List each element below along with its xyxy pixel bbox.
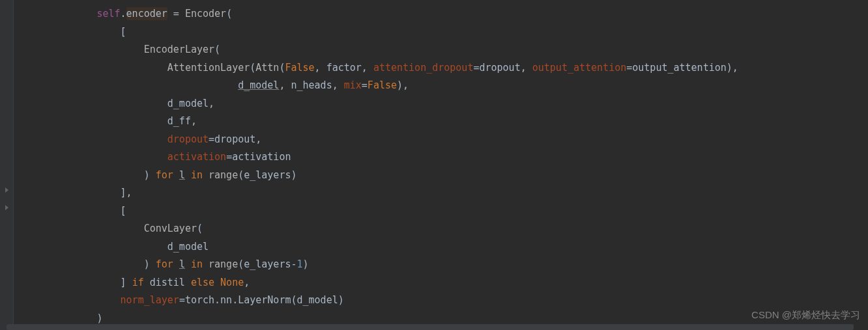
code-token: =torch.nn.LayerNorm(d_model) bbox=[179, 294, 344, 306]
code-token: ( bbox=[197, 223, 203, 234]
code-token: (e_layers) bbox=[238, 169, 297, 181]
code-line[interactable]: ) for l in range(e_layers) bbox=[14, 167, 738, 185]
code-line[interactable]: self.encoder = Encoder( bbox=[14, 5, 738, 23]
code-token: ) bbox=[96, 312, 102, 324]
code-token: = bbox=[167, 8, 185, 20]
code-token: False bbox=[368, 79, 397, 91]
code-token bbox=[185, 169, 191, 181]
code-token: ], bbox=[121, 187, 132, 199]
code-token: . bbox=[121, 8, 126, 20]
code-token: in bbox=[191, 169, 209, 181]
code-line[interactable]: d_model, n_heads, mix=False), bbox=[14, 77, 738, 95]
code-token: ) bbox=[303, 258, 309, 270]
code-token: = bbox=[362, 79, 368, 91]
code-token: d_model, bbox=[167, 98, 214, 109]
code-token: EncoderLayer bbox=[144, 44, 214, 55]
code-token: , factor, bbox=[315, 62, 373, 74]
horizontal-scrollbar[interactable] bbox=[7, 324, 854, 330]
code-token: , bbox=[244, 277, 250, 288]
code-token: for bbox=[156, 169, 179, 181]
code-token: if bbox=[132, 277, 150, 288]
code-token: l bbox=[179, 258, 185, 270]
code-editor[interactable]: self.encoder = Encoder( [ EncoderLayer( … bbox=[14, 5, 738, 327]
code-token: distil bbox=[150, 277, 191, 288]
code-token: in bbox=[191, 258, 209, 270]
code-token: else bbox=[191, 277, 220, 288]
code-line[interactable]: d_model bbox=[14, 238, 738, 256]
code-token: [ bbox=[121, 205, 126, 217]
code-token: attention_dropout bbox=[373, 62, 474, 74]
code-line[interactable]: ConvLayer( bbox=[14, 220, 738, 238]
code-line[interactable]: EncoderLayer( bbox=[14, 41, 738, 59]
code-token: encoder bbox=[126, 7, 167, 20]
code-token: ( bbox=[214, 44, 220, 55]
code-line[interactable]: [ bbox=[14, 202, 738, 221]
code-token: =dropout, bbox=[473, 62, 532, 74]
code-token: Attn bbox=[255, 62, 279, 74]
code-line[interactable]: d_ff, bbox=[14, 113, 738, 131]
fold-notch-icon[interactable] bbox=[5, 205, 8, 210]
code-token: self bbox=[96, 8, 120, 20]
code-line[interactable]: dropout=dropout, bbox=[14, 131, 738, 149]
code-token: (e_layers- bbox=[238, 258, 297, 270]
code-line[interactable]: ], bbox=[14, 184, 738, 202]
code-token: d_model bbox=[167, 241, 209, 253]
code-token: AttentionLayer bbox=[167, 62, 250, 74]
code-token: d_model bbox=[238, 79, 279, 91]
code-line[interactable]: ) for l in range(e_layers-1) bbox=[14, 256, 738, 274]
code-line[interactable]: d_model, bbox=[14, 95, 738, 113]
code-token: Encoder bbox=[185, 8, 226, 20]
code-token: , n_heads, bbox=[279, 79, 343, 91]
code-token: ) bbox=[144, 258, 156, 270]
code-token: mix bbox=[344, 79, 362, 91]
fold-notch-icon[interactable] bbox=[5, 187, 8, 193]
code-token: =activation bbox=[226, 151, 291, 163]
code-token: dropout bbox=[167, 133, 209, 145]
code-token: ) bbox=[144, 169, 156, 181]
code-token bbox=[185, 258, 191, 270]
code-token: ConvLayer bbox=[144, 223, 197, 234]
code-line[interactable]: norm_layer=torch.nn.LayerNorm(d_model) bbox=[14, 292, 738, 310]
code-token: norm_layer bbox=[121, 294, 179, 306]
code-line[interactable]: [ bbox=[14, 23, 738, 42]
code-token: activation bbox=[167, 151, 226, 163]
code-token: range bbox=[209, 169, 238, 181]
code-line[interactable]: ] if distil else None, bbox=[14, 274, 738, 292]
code-token: =dropout, bbox=[209, 133, 261, 145]
code-line[interactable]: activation=activation bbox=[14, 148, 738, 167]
code-token: d_ff, bbox=[167, 115, 197, 127]
code-token: =output_attention), bbox=[626, 62, 738, 74]
code-token: output_attention bbox=[532, 62, 627, 74]
code-token: l bbox=[179, 169, 185, 181]
code-line[interactable]: AttentionLayer(Attn(False, factor, atten… bbox=[14, 59, 738, 77]
code-token: ( bbox=[226, 8, 232, 20]
code-token: [ bbox=[121, 26, 126, 38]
code-token: 1 bbox=[297, 258, 303, 270]
code-token: for bbox=[156, 258, 179, 270]
code-token: ), bbox=[397, 79, 409, 91]
code-token: False bbox=[285, 62, 314, 74]
code-token: range bbox=[209, 258, 238, 270]
code-token: ( bbox=[250, 62, 255, 74]
code-token: ] bbox=[121, 277, 132, 288]
watermark-text: CSDN @郑烯烃快去学习 bbox=[751, 306, 860, 324]
editor-gutter bbox=[0, 0, 14, 330]
code-token: None bbox=[220, 277, 244, 288]
